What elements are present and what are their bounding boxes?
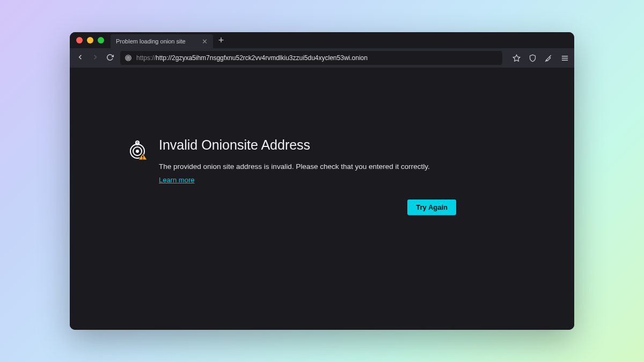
minimize-window-button[interactable]: [87, 37, 93, 43]
broom-icon[interactable]: [544, 54, 553, 62]
close-window-button[interactable]: [76, 37, 83, 43]
browser-tab[interactable]: Problem loading onion site ✕: [111, 34, 213, 48]
svg-point-12: [142, 158, 143, 159]
error-title: Invalid Onionsite Address: [159, 137, 515, 153]
new-tab-button[interactable]: +: [218, 35, 224, 46]
url-prefix: https://: [136, 54, 156, 62]
error-text: Invalid Onionsite Address The provided o…: [159, 137, 515, 215]
onion-warning-icon: [129, 139, 148, 163]
svg-point-2: [128, 57, 129, 58]
window-controls: [76, 37, 104, 43]
try-again-button[interactable]: Try Again: [407, 200, 456, 215]
url-main: http://2gzyxa5ihm7nsggfxnu52rck2vv4rvmdl…: [156, 54, 368, 62]
reload-button[interactable]: [105, 54, 115, 63]
maximize-window-button[interactable]: [98, 37, 104, 43]
page-content: Invalid Onionsite Address The provided o…: [70, 68, 574, 330]
svg-marker-3: [513, 55, 520, 61]
back-button[interactable]: [75, 53, 85, 63]
menu-icon[interactable]: [560, 54, 569, 62]
shield-icon[interactable]: [528, 54, 537, 62]
titlebar: Problem loading onion site ✕ +: [70, 32, 574, 48]
error-block: Invalid Onionsite Address The provided o…: [129, 137, 515, 215]
forward-button[interactable]: [90, 53, 100, 63]
bookmark-icon[interactable]: [512, 54, 521, 62]
toolbar: https://http://2gzyxa5ihm7nsggfxnu52rck2…: [70, 48, 574, 68]
url-text: https://http://2gzyxa5ihm7nsggfxnu52rck2…: [136, 54, 368, 62]
close-tab-icon[interactable]: ✕: [202, 38, 208, 46]
toolbar-icons: [512, 54, 569, 62]
onion-lock-icon: [125, 54, 132, 62]
error-description: The provided onion site address is inval…: [159, 162, 515, 171]
browser-window: Problem loading onion site ✕ + https://h…: [70, 32, 574, 330]
url-bar[interactable]: https://http://2gzyxa5ihm7nsggfxnu52rck2…: [120, 51, 502, 65]
svg-point-9: [136, 150, 139, 153]
tab-title: Problem loading onion site: [116, 38, 186, 45]
learn-more-link[interactable]: Learn more: [159, 176, 194, 184]
